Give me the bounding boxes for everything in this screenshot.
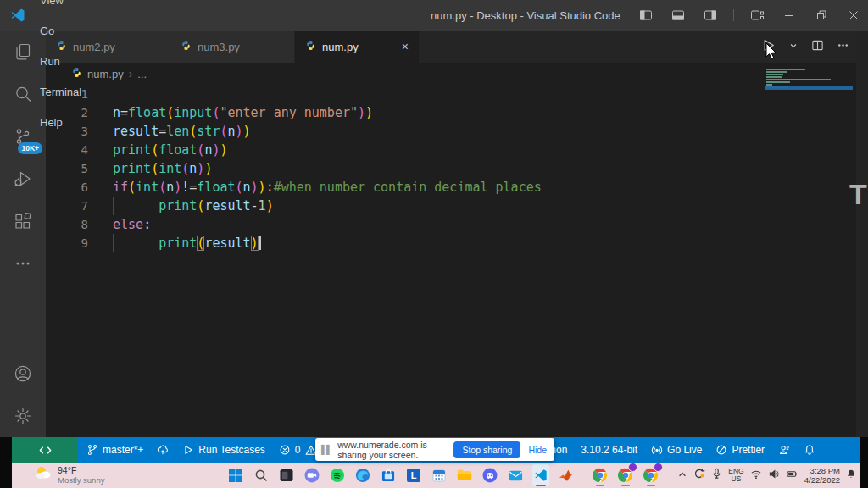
taskbar-chat-icon[interactable] [303, 464, 320, 486]
tab-num3.py[interactable]: num3.py [170, 30, 295, 63]
wifi-icon[interactable] [750, 468, 762, 483]
more-icon[interactable] [0, 242, 46, 285]
status-prettier[interactable]: Prettier [715, 444, 765, 456]
source-control-badge: 10K+ [18, 142, 42, 154]
code-line-7[interactable]: 7 print(result-1) [46, 197, 856, 215]
code-line-5[interactable]: 5print(int(n)) [46, 159, 856, 178]
tab-label: num.py [322, 41, 359, 53]
code-line-9[interactable]: 9 print(result) [46, 234, 856, 252]
code-line-1[interactable]: 1 [46, 85, 856, 103]
code-text[interactable]: print(result) [113, 234, 261, 252]
status-publish[interactable] [157, 444, 169, 456]
line-number: 6 [46, 178, 88, 197]
weather-temp: 94°F [58, 465, 104, 475]
minimap-line [766, 69, 805, 70]
taskbar-chrome-icon[interactable] [592, 464, 609, 486]
account-icon[interactable] [0, 352, 46, 395]
taskbar-file-explorer-icon[interactable] [456, 464, 473, 486]
menu-terminal[interactable]: Terminal [32, 76, 92, 107]
code-line-2[interactable]: 2n=float(input("enter any number")) [46, 103, 856, 122]
menu-run[interactable]: Run [32, 46, 92, 76]
minimap[interactable] [766, 66, 851, 89]
taskbar-start-icon[interactable] [227, 464, 244, 486]
notification-center-icon[interactable] [846, 468, 856, 483]
menu-view[interactable]: View [32, 0, 92, 15]
tray-mic-icon[interactable] [711, 468, 722, 483]
remote-indicator[interactable] [12, 437, 78, 463]
screen: FileEditSelectionViewGoRunTerminalHelp n… [0, 0, 868, 488]
taskbar-vscode-icon[interactable] [532, 464, 549, 486]
layout-sidebar-left-icon[interactable] [637, 0, 655, 30]
code-text[interactable]: print(int(n)) [113, 159, 212, 178]
battery-icon[interactable] [786, 468, 798, 483]
code-line-6[interactable]: 6if(int(n)!=float(n)):#when number conta… [46, 178, 856, 197]
split-editor-button[interactable] [811, 39, 824, 55]
taskbar-calendar-icon[interactable] [431, 464, 448, 486]
code-line-3[interactable]: 3result=len(str(n)) [46, 122, 856, 141]
menu-help[interactable]: Help [32, 107, 92, 137]
taskbar-edge-icon[interactable] [354, 464, 371, 486]
system-tray: ENGUS 3:28 PM4/22/2022 [677, 463, 856, 488]
taskbar-chrome-icon[interactable] [617, 464, 634, 486]
status-go-live[interactable]: Go Live [651, 444, 702, 456]
minimap-line [766, 81, 790, 83]
taskbar-spotify-icon[interactable] [329, 464, 346, 486]
breadcrumb[interactable]: num.py › ... [46, 63, 856, 85]
taskbar-matlab-icon[interactable] [558, 464, 575, 486]
code-text[interactable]: n=float(input("enter any number")) [113, 103, 373, 122]
line-number: 9 [46, 234, 88, 252]
toast-drag-handle-icon[interactable]: ▌▌ [321, 445, 331, 454]
stop-sharing-button[interactable]: Stop sharing [453, 441, 520, 458]
hide-toast-button[interactable]: Hide [526, 445, 548, 455]
taskbar-discord-icon[interactable] [481, 464, 498, 486]
language-indicator[interactable]: ENGUS [728, 468, 743, 483]
code-text[interactable]: print(result-1) [113, 197, 274, 215]
close-tab-icon[interactable]: × [402, 40, 409, 53]
run-debug-icon[interactable] [0, 158, 46, 200]
extensions-icon[interactable] [0, 200, 46, 242]
breadcrumb-more[interactable]: ... [137, 68, 147, 80]
tray-sync-icon[interactable] [693, 468, 705, 483]
more-actions-button[interactable] [837, 39, 849, 55]
taskbar-chrome-icon[interactable] [643, 464, 659, 486]
status-feedback[interactable] [778, 444, 790, 456]
layout-sidebar-right-icon[interactable] [701, 0, 720, 30]
status-notifications[interactable] [804, 444, 815, 456]
code-text[interactable]: else: [113, 215, 151, 234]
minimap-current-line [765, 86, 853, 90]
taskbar-clock[interactable]: 3:28 PM4/22/2022 [804, 466, 840, 485]
tab-num.py[interactable]: num.py× [295, 30, 420, 63]
code-area[interactable]: 12n=float(input("enter any number"))3res… [46, 85, 856, 252]
run-options-chevron-icon[interactable] [788, 39, 798, 54]
code-text[interactable]: print(float(n)) [113, 141, 227, 159]
code-text[interactable]: if(int(n)!=float(n)):#when number contai… [113, 178, 542, 197]
toast-message: www.numerade.com is sharing your screen. [337, 440, 448, 460]
settings-icon[interactable] [0, 395, 46, 437]
code-line-8[interactable]: 8else: [46, 215, 856, 234]
weather-widget[interactable]: 94°F Mostly sunny [34, 464, 104, 485]
volume-icon[interactable] [768, 468, 780, 483]
taskbar-mail-icon[interactable] [507, 464, 524, 486]
status-branch[interactable]: master*+ [86, 444, 143, 456]
taskbar-store-icon[interactable] [380, 464, 397, 486]
layout-panel-icon[interactable] [669, 0, 687, 30]
taskbar-task-view-icon[interactable] [278, 464, 295, 486]
close-button[interactable] [844, 0, 863, 30]
weather-icon [34, 464, 53, 485]
taskbar-search-icon[interactable] [253, 464, 270, 486]
minimize-button[interactable] [780, 0, 798, 30]
menu-go[interactable]: Go [32, 15, 92, 46]
status-interpreter[interactable]: 3.10.2 64-bit [581, 444, 637, 456]
code-text[interactable]: result=len(str(n)) [113, 122, 251, 141]
text-cursor [259, 236, 261, 250]
customize-layout-icon[interactable] [748, 0, 766, 30]
status-run-testcases[interactable]: Run Testcases [182, 444, 265, 456]
status-right: Python3.10.2 64-bitGo LivePrettier [536, 437, 815, 463]
running-indicator [596, 485, 604, 486]
code-line-4[interactable]: 4print(float(n)) [46, 141, 856, 159]
taskbar-lockdown-icon[interactable]: L [405, 464, 422, 486]
tray-chevron-up-icon[interactable] [677, 468, 687, 483]
title-bar: FileEditSelectionViewGoRunTerminalHelp n… [0, 0, 868, 30]
restore-button[interactable] [812, 0, 831, 30]
mouse-cursor [765, 42, 779, 63]
